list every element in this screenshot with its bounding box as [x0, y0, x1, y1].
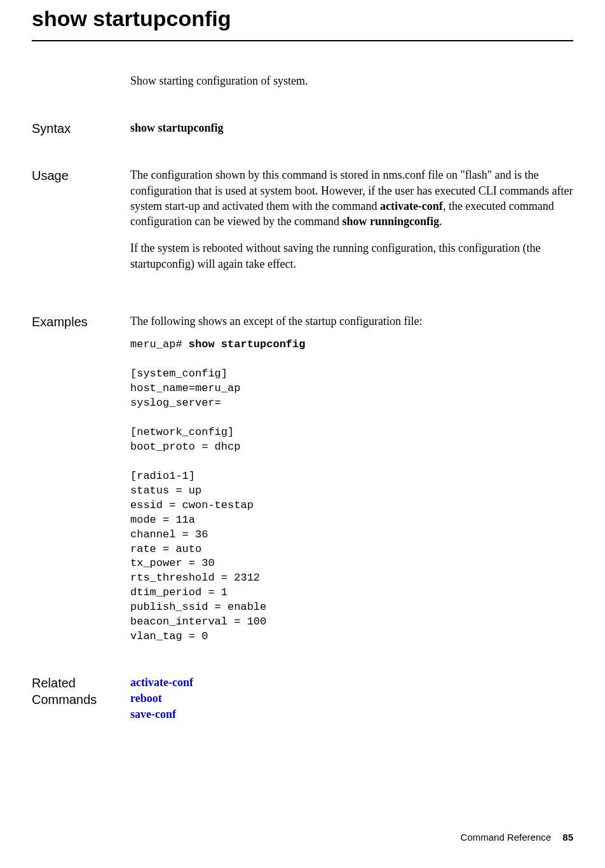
footer-page-number: 85	[562, 832, 573, 843]
examples-intro: The following shows an except of the sta…	[130, 313, 573, 329]
examples-label: Examples	[32, 313, 130, 644]
page-title: show startupconfig	[32, 0, 573, 41]
usage-bold-2: show runningconfig	[342, 215, 439, 228]
code-block: meru_ap# show startupconfig [system_conf…	[130, 338, 573, 644]
code-command: show startupconfig	[189, 338, 306, 350]
usage-bold-1: activate-conf	[380, 200, 443, 212]
command-description: Show starting configuration of system.	[130, 73, 573, 88]
usage-label: Usage	[32, 167, 130, 283]
examples-section: Examples The following shows an except o…	[32, 313, 573, 644]
syntax-section: Syntax show startupconfig	[32, 120, 573, 137]
usage-paragraph-2: If the system is rebooted without saving…	[130, 240, 573, 272]
related-commands-label: Related Commands	[32, 675, 130, 723]
usage-paragraph-1: The configuration shown by this command …	[130, 167, 573, 229]
code-output: [system_config] host_name=meru_ap syslog…	[130, 368, 266, 642]
footer-text: Command Reference	[461, 832, 552, 843]
syntax-label: Syntax	[32, 120, 130, 137]
page-footer: Command Reference 85	[461, 832, 573, 843]
related-commands-section: Related Commands activate-conf reboot sa…	[32, 675, 573, 723]
related-link-reboot[interactable]: reboot	[130, 691, 573, 706]
related-link-activate-conf[interactable]: activate-conf	[130, 675, 573, 691]
related-link-save-conf[interactable]: save-conf	[130, 706, 573, 722]
usage-text: .	[439, 215, 442, 228]
code-prompt: meru_ap#	[130, 338, 189, 350]
syntax-command: show startupconfig	[130, 121, 224, 134]
usage-section: Usage The configuration shown by this co…	[32, 167, 573, 283]
